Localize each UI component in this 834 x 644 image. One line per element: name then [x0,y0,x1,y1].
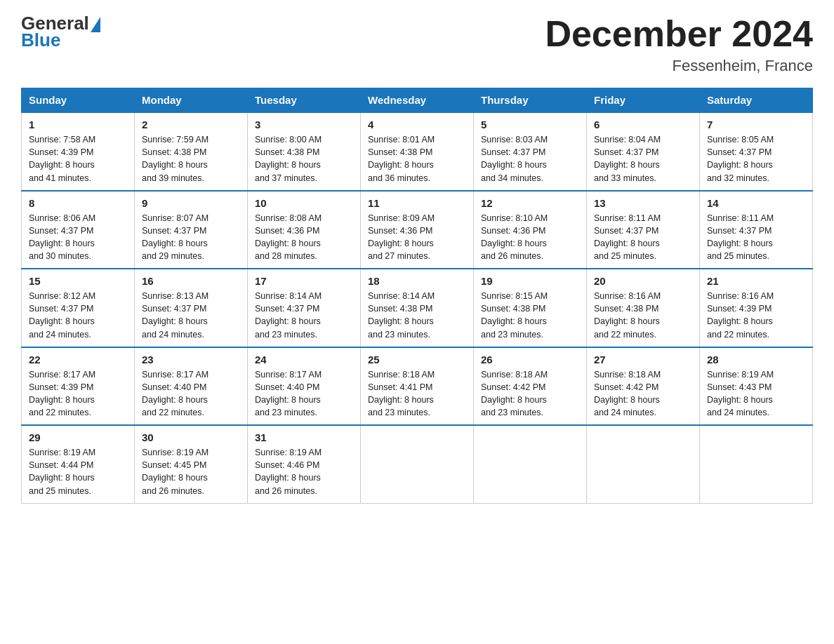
day-info: Sunrise: 8:19 AM Sunset: 4:43 PM Dayligh… [707,368,805,420]
day-number: 24 [255,354,353,365]
day-info: Sunrise: 7:58 AM Sunset: 4:39 PM Dayligh… [29,133,127,185]
calendar-cell: 6 Sunrise: 8:04 AM Sunset: 4:37 PM Dayli… [587,112,700,191]
day-number: 15 [29,275,127,287]
day-info: Sunrise: 8:09 AM Sunset: 4:36 PM Dayligh… [368,212,466,263]
calendar-cell: 3 Sunrise: 8:00 AM Sunset: 4:38 PM Dayli… [248,112,361,191]
day-info: Sunrise: 8:03 AM Sunset: 4:37 PM Dayligh… [481,133,579,185]
day-number: 18 [368,275,466,287]
day-info: Sunrise: 8:18 AM Sunset: 4:42 PM Dayligh… [481,368,579,420]
logo: General Blue [21,14,102,49]
day-number: 28 [707,354,805,365]
day-info: Sunrise: 8:06 AM Sunset: 4:37 PM Dayligh… [29,212,127,263]
day-number: 20 [594,275,692,287]
day-info: Sunrise: 8:16 AM Sunset: 4:39 PM Dayligh… [707,290,805,341]
col-monday: Monday [135,88,248,113]
col-friday: Friday [587,88,700,113]
day-info: Sunrise: 8:14 AM Sunset: 4:38 PM Dayligh… [368,290,466,341]
page-header: General Blue December 2024 Fessenheim, F… [21,14,813,75]
day-number: 12 [481,197,579,209]
day-number: 29 [29,431,127,443]
day-number: 14 [707,197,805,209]
calendar-cell: 31 Sunrise: 8:19 AM Sunset: 4:46 PM Dayl… [248,425,361,503]
day-number: 4 [368,119,466,130]
day-info: Sunrise: 8:10 AM Sunset: 4:36 PM Dayligh… [481,212,579,263]
calendar-cell: 9 Sunrise: 8:07 AM Sunset: 4:37 PM Dayli… [135,191,248,269]
day-info: Sunrise: 8:16 AM Sunset: 4:38 PM Dayligh… [594,290,692,341]
day-number: 25 [368,354,466,365]
day-info: Sunrise: 8:15 AM Sunset: 4:38 PM Dayligh… [481,290,579,341]
logo-triangle-icon [91,17,100,32]
day-number: 9 [142,197,240,209]
calendar-cell [587,425,700,503]
calendar-cell: 20 Sunrise: 8:16 AM Sunset: 4:38 PM Dayl… [587,269,700,347]
day-number: 30 [142,431,240,443]
day-info: Sunrise: 8:04 AM Sunset: 4:37 PM Dayligh… [594,133,692,185]
calendar-cell: 26 Sunrise: 8:18 AM Sunset: 4:42 PM Dayl… [474,347,587,426]
calendar-cell: 11 Sunrise: 8:09 AM Sunset: 4:36 PM Dayl… [361,191,474,269]
calendar-cell: 27 Sunrise: 8:18 AM Sunset: 4:42 PM Dayl… [587,347,700,426]
day-number: 26 [481,354,579,365]
calendar-cell: 1 Sunrise: 7:58 AM Sunset: 4:39 PM Dayli… [22,112,135,191]
calendar-cell: 21 Sunrise: 8:16 AM Sunset: 4:39 PM Dayl… [700,269,813,347]
col-wednesday: Wednesday [361,88,474,113]
col-tuesday: Tuesday [248,88,361,113]
calendar-cell: 8 Sunrise: 8:06 AM Sunset: 4:37 PM Dayli… [22,191,135,269]
calendar-cell: 15 Sunrise: 8:12 AM Sunset: 4:37 PM Dayl… [22,269,135,347]
calendar-cell: 13 Sunrise: 8:11 AM Sunset: 4:37 PM Dayl… [587,191,700,269]
calendar-cell [361,425,474,503]
calendar-cell: 24 Sunrise: 8:17 AM Sunset: 4:40 PM Dayl… [248,347,361,426]
calendar-cell [700,425,813,503]
calendar-cell: 28 Sunrise: 8:19 AM Sunset: 4:43 PM Dayl… [700,347,813,426]
month-title: December 2024 [545,14,813,54]
day-info: Sunrise: 7:59 AM Sunset: 4:38 PM Dayligh… [142,133,240,185]
day-info: Sunrise: 8:14 AM Sunset: 4:37 PM Dayligh… [255,290,353,341]
calendar-cell: 14 Sunrise: 8:11 AM Sunset: 4:37 PM Dayl… [700,191,813,269]
day-info: Sunrise: 8:11 AM Sunset: 4:37 PM Dayligh… [594,212,692,263]
day-number: 7 [707,119,805,130]
calendar-table: Sunday Monday Tuesday Wednesday Thursday… [21,88,813,504]
calendar-cell [474,425,587,503]
calendar-cell: 17 Sunrise: 8:14 AM Sunset: 4:37 PM Dayl… [248,269,361,347]
calendar-cell: 23 Sunrise: 8:17 AM Sunset: 4:40 PM Dayl… [135,347,248,426]
calendar-cell: 5 Sunrise: 8:03 AM Sunset: 4:37 PM Dayli… [474,112,587,191]
calendar-cell: 19 Sunrise: 8:15 AM Sunset: 4:38 PM Dayl… [474,269,587,347]
day-info: Sunrise: 8:17 AM Sunset: 4:39 PM Dayligh… [29,368,127,420]
calendar-cell: 22 Sunrise: 8:17 AM Sunset: 4:39 PM Dayl… [22,347,135,426]
day-number: 31 [255,431,353,443]
day-number: 16 [142,275,240,287]
location: Fessenheim, France [545,57,813,75]
day-number: 17 [255,275,353,287]
header-row: Sunday Monday Tuesday Wednesday Thursday… [22,88,813,113]
calendar-cell: 12 Sunrise: 8:10 AM Sunset: 4:36 PM Dayl… [474,191,587,269]
day-number: 3 [255,119,353,130]
day-number: 13 [594,197,692,209]
day-number: 8 [29,197,127,209]
day-info: Sunrise: 8:01 AM Sunset: 4:38 PM Dayligh… [368,133,466,185]
calendar-week-3: 15 Sunrise: 8:12 AM Sunset: 4:37 PM Dayl… [22,269,813,347]
day-info: Sunrise: 8:17 AM Sunset: 4:40 PM Dayligh… [142,368,240,420]
day-number: 27 [594,354,692,365]
day-number: 21 [707,275,805,287]
day-info: Sunrise: 8:13 AM Sunset: 4:37 PM Dayligh… [142,290,240,341]
day-number: 6 [594,119,692,130]
col-thursday: Thursday [474,88,587,113]
calendar-cell: 25 Sunrise: 8:18 AM Sunset: 4:41 PM Dayl… [361,347,474,426]
day-info: Sunrise: 8:12 AM Sunset: 4:37 PM Dayligh… [29,290,127,341]
day-info: Sunrise: 8:19 AM Sunset: 4:44 PM Dayligh… [29,446,127,497]
day-number: 10 [255,197,353,209]
calendar-week-4: 22 Sunrise: 8:17 AM Sunset: 4:39 PM Dayl… [22,347,813,426]
day-info: Sunrise: 8:08 AM Sunset: 4:36 PM Dayligh… [255,212,353,263]
calendar-cell: 30 Sunrise: 8:19 AM Sunset: 4:45 PM Dayl… [135,425,248,503]
day-info: Sunrise: 8:18 AM Sunset: 4:41 PM Dayligh… [368,368,466,420]
calendar-cell: 29 Sunrise: 8:19 AM Sunset: 4:44 PM Dayl… [22,425,135,503]
day-info: Sunrise: 8:07 AM Sunset: 4:37 PM Dayligh… [142,212,240,263]
day-info: Sunrise: 8:11 AM Sunset: 4:37 PM Dayligh… [707,212,805,263]
calendar-week-1: 1 Sunrise: 7:58 AM Sunset: 4:39 PM Dayli… [22,112,813,191]
calendar-cell: 18 Sunrise: 8:14 AM Sunset: 4:38 PM Dayl… [361,269,474,347]
day-info: Sunrise: 8:18 AM Sunset: 4:42 PM Dayligh… [594,368,692,420]
day-number: 1 [29,119,127,130]
calendar-cell: 7 Sunrise: 8:05 AM Sunset: 4:37 PM Dayli… [700,112,813,191]
title-block: December 2024 Fessenheim, France [545,14,813,75]
day-info: Sunrise: 8:00 AM Sunset: 4:38 PM Dayligh… [255,133,353,185]
day-number: 22 [29,354,127,365]
